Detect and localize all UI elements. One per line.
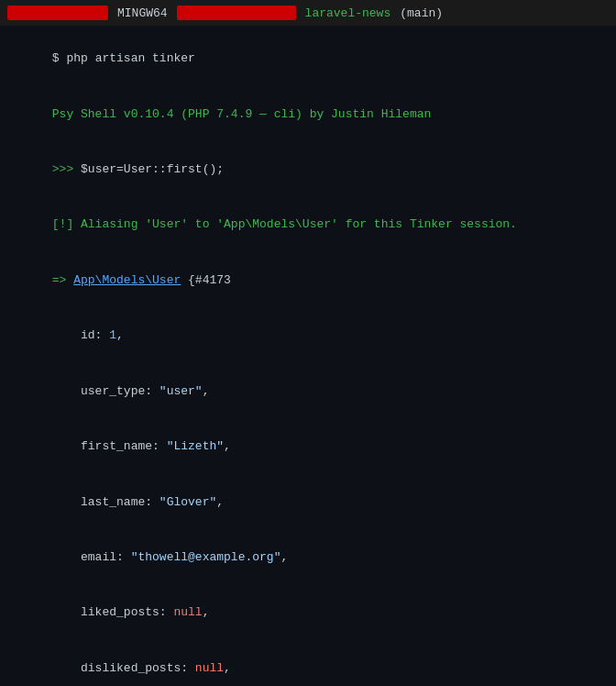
- dollar-sign: $: [52, 51, 67, 65]
- id-key: id:: [52, 328, 109, 342]
- field-liked-posts: liked_posts: null,: [9, 585, 607, 640]
- user-type-comma: ,: [203, 384, 210, 398]
- field-last-name: last_name: "Glover",: [9, 474, 607, 529]
- app-models-user-link: App\Models\User: [73, 273, 181, 287]
- arrow-1: =>: [52, 273, 73, 287]
- psy-shell-info: Psy Shell v0.10.4 (PHP 7.4.9 — cli) by J…: [9, 86, 607, 141]
- disliked-posts-comma: ,: [224, 661, 231, 675]
- field-user-type: user_type: "user",: [9, 364, 607, 419]
- liked-posts-comma: ,: [203, 605, 210, 619]
- last-name-key: last_name:: [52, 495, 160, 509]
- title-redacted1: [7, 6, 108, 20]
- prompt-line-1: >>> $user=User::first();: [9, 142, 607, 197]
- title-bar: MINGW64 laravel-news (main): [0, 0, 616, 26]
- terminal-window: MINGW64 laravel-news (main) $ php artisa…: [0, 0, 616, 686]
- email-value: "thowell@example.org": [131, 550, 281, 564]
- disliked-posts-value: null: [195, 661, 224, 675]
- artisan-command: php artisan tinker: [66, 51, 194, 65]
- liked-posts-key: liked_posts:: [52, 605, 174, 619]
- user-type-value: "user": [160, 384, 203, 398]
- title-path-redacted: [177, 6, 296, 20]
- first-name-value: "Lizeth": [167, 439, 224, 453]
- last-name-value: "Glover": [160, 495, 216, 509]
- result-line-1: => App\Models\User {#4173: [9, 253, 607, 308]
- liked-posts-value: null: [173, 605, 202, 619]
- prompt-1: >>>: [52, 162, 81, 176]
- warning-text: [!] Aliasing 'User' to 'App\Models\User'…: [52, 217, 517, 231]
- psy-version-text: Psy Shell v0.10.4 (PHP 7.4.9 — cli) by J…: [52, 107, 431, 121]
- email-key: email:: [52, 550, 131, 564]
- user-first-command: $user=User::first();: [81, 162, 224, 176]
- last-name-comma: ,: [216, 495, 224, 509]
- email-comma: ,: [280, 550, 288, 564]
- field-disliked-posts: disliked_posts: null,: [9, 641, 607, 686]
- id-comma: ,: [116, 328, 124, 342]
- field-email: email: "thowell@example.org",: [9, 530, 607, 585]
- terminal-content: $ php artisan tinker Psy Shell v0.10.4 (…: [0, 26, 616, 686]
- alias-warning: [!] Aliasing 'User' to 'App\Models\User'…: [9, 197, 607, 252]
- object-id-1: {#4173: [181, 273, 231, 287]
- first-name-key: first_name:: [52, 439, 167, 453]
- field-first-name: first_name: "Lizeth",: [9, 419, 607, 474]
- title-branch: (main): [400, 6, 443, 20]
- field-id: id: 1,: [9, 308, 607, 363]
- first-name-comma: ,: [224, 439, 231, 453]
- title-mingw: MINGW64: [117, 6, 168, 20]
- user-type-key: user_type:: [52, 384, 160, 398]
- title-laravel: laravel-news: [305, 6, 391, 20]
- id-value: 1: [109, 328, 116, 342]
- cmd-line: $ php artisan tinker: [9, 31, 607, 86]
- disliked-posts-key: disliked_posts:: [52, 661, 195, 675]
